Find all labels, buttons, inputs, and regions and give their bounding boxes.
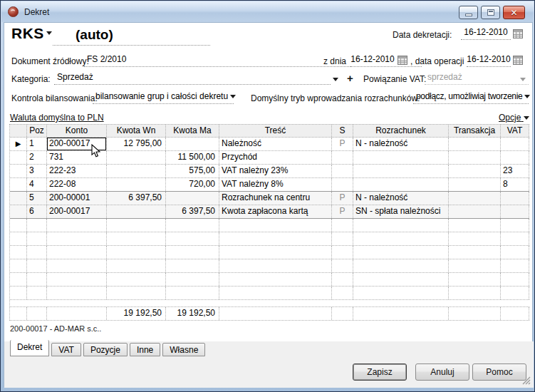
grid-cell-kwota_wn[interactable] (107, 151, 166, 164)
calendar-icon[interactable] (398, 56, 407, 65)
tab-pozycje[interactable]: Pozycje (83, 343, 128, 356)
grid-cell-rozrachunek[interactable] (353, 165, 449, 177)
waluta-link[interactable]: Waluta domyślna to PLN (10, 113, 104, 123)
grid-cell-rozrachunek[interactable]: N - należność (353, 138, 449, 150)
maximize-button[interactable] (481, 6, 500, 19)
grid-cell-transakcja[interactable] (449, 165, 501, 177)
grid-empty-cell[interactable] (107, 273, 166, 286)
tab-dekret[interactable]: Dekret (10, 340, 49, 356)
data-dekretacji-field[interactable]: 16-12-2010 (461, 27, 511, 40)
calendar-icon[interactable] (513, 56, 523, 65)
grid-empty-cell[interactable] (47, 273, 107, 286)
grid-empty-row[interactable] (10, 287, 529, 300)
grid-cell-kwota_wn[interactable]: 12 795,00 (107, 138, 166, 150)
grid-empty-cell[interactable] (449, 246, 501, 259)
grid-empty-row[interactable] (10, 246, 529, 259)
grid-empty-cell[interactable] (10, 232, 27, 245)
grid-cell-konto[interactable]: 200-00017 (47, 205, 107, 218)
grid-empty-cell[interactable] (449, 259, 501, 272)
grid-cell-poz[interactable]: 6 (27, 205, 47, 218)
grid-cell-kwota_wn[interactable]: 6 397,50 (107, 192, 166, 205)
kontrola-dropdown-icon[interactable] (230, 95, 236, 98)
grid-empty-cell[interactable] (501, 259, 529, 272)
row-selector-cell[interactable] (10, 178, 27, 191)
grid-empty-row[interactable] (10, 219, 529, 232)
grid-cell-tresc[interactable]: VAT należny 8% (219, 178, 332, 191)
grid-empty-cell[interactable] (353, 232, 449, 245)
grid-empty-cell[interactable] (219, 287, 332, 299)
grid-row-2[interactable]: 273111 500,00Przychód (10, 151, 529, 165)
grid-empty-cell[interactable] (107, 232, 166, 245)
grid-cell-transakcja[interactable] (449, 138, 501, 150)
grid-row-6[interactable]: 6200-000176 397,50Kwota zapłacona kartąP… (10, 205, 529, 219)
grid-empty-cell[interactable] (10, 287, 27, 299)
grid-empty-cell[interactable] (219, 219, 332, 232)
grid-empty-cell[interactable] (332, 287, 353, 299)
grid-cell-kwota_ma[interactable]: 575,00 (166, 165, 219, 177)
zapisz-button[interactable]: Zapisz (353, 363, 407, 381)
grid-empty-cell[interactable] (332, 232, 353, 245)
grid-cell-vat[interactable] (501, 192, 529, 205)
grid-empty-cell[interactable] (10, 273, 27, 286)
grid-empty-cell[interactable] (107, 246, 166, 259)
grid-empty-cell[interactable] (219, 273, 332, 286)
grid-empty-row[interactable] (10, 259, 529, 273)
grid-row-1[interactable]: ▶1200-0001712 795,00NależnośćPN - należn… (10, 138, 529, 151)
grid-empty-cell[interactable] (219, 232, 332, 245)
grid-cell-kwota_ma[interactable]: 6 397,50 (166, 205, 219, 218)
grid-empty-cell[interactable] (27, 232, 47, 245)
grid-empty-cell[interactable] (501, 273, 529, 286)
tab-inne[interactable]: Inne (130, 343, 160, 356)
grid-cell-rozrachunek[interactable]: SN - spłata należności (353, 205, 449, 218)
grid-cell-s[interactable] (332, 165, 353, 177)
grid-cell-s[interactable] (332, 178, 353, 191)
row-selector-cell[interactable] (10, 205, 27, 218)
grid-cell-konto[interactable]: 222-23 (47, 165, 107, 177)
tryb-rozrachunkow-field[interactable]: podłącz, umożliwiaj tworzenie (413, 91, 529, 104)
grid-empty-cell[interactable] (107, 259, 166, 272)
grid-empty-cell[interactable] (47, 232, 107, 245)
rks-dropdown[interactable]: RKS (11, 25, 52, 42)
grid-empty-cell[interactable] (501, 287, 529, 299)
z-dnia-field[interactable]: 16-12-2010 (350, 54, 395, 67)
grid-empty-cell[interactable] (332, 273, 353, 286)
grid-cell-transakcja[interactable] (449, 151, 501, 164)
grid-cell-kwota_wn[interactable] (107, 205, 166, 218)
grid-empty-cell[interactable] (47, 287, 107, 299)
grid-empty-cell[interactable] (332, 259, 353, 272)
grid-cell-poz[interactable]: 4 (27, 178, 47, 191)
grid-empty-cell[interactable] (449, 219, 501, 232)
grid-empty-cell[interactable] (353, 219, 449, 232)
grid-empty-cell[interactable] (27, 219, 47, 232)
grid-empty-cell[interactable] (166, 232, 219, 245)
grid-empty-cell[interactable] (27, 287, 47, 299)
add-kategoria-button[interactable]: + (347, 72, 353, 84)
grid-cell-s[interactable]: P (332, 205, 353, 218)
kategoria-dropdown-icon[interactable] (333, 78, 338, 81)
row-selector-cell[interactable] (10, 165, 27, 177)
grid-empty-cell[interactable] (353, 246, 449, 259)
grid-cell-tresc[interactable]: Należność (219, 138, 332, 150)
grid-empty-cell[interactable] (353, 287, 449, 299)
grid-cell-s[interactable]: P (332, 138, 353, 150)
grid-empty-cell[interactable] (332, 246, 353, 259)
resize-grip[interactable] (521, 376, 531, 385)
grid-empty-cell[interactable] (501, 246, 529, 259)
row-selector-cell[interactable] (10, 192, 27, 205)
grid-empty-cell[interactable] (332, 219, 353, 232)
data-operacji-field[interactable]: 16-12-2010 (467, 54, 511, 67)
grid-cell-vat[interactable] (501, 151, 529, 164)
grid-cell-tresc[interactable]: Przychód (219, 151, 332, 164)
grid-empty-cell[interactable] (449, 232, 501, 245)
grid-cell-kwota_ma[interactable] (166, 192, 219, 205)
grid-empty-cell[interactable] (501, 219, 529, 232)
grid-cell-konto[interactable]: 200-00001 (47, 192, 107, 205)
grid-empty-cell[interactable] (47, 219, 107, 232)
grid-cell-s[interactable]: P (332, 192, 353, 205)
grid-cell-kwota_ma[interactable]: 11 500,00 (166, 151, 219, 164)
grid-empty-cell[interactable] (27, 246, 47, 259)
grid-cell-kwota_wn[interactable] (107, 178, 166, 191)
grid-cell-transakcja[interactable] (449, 192, 501, 205)
grid-cell-tresc[interactable]: Kwota zapłacona kartą (219, 205, 332, 218)
row-selector-cell[interactable] (10, 151, 27, 164)
